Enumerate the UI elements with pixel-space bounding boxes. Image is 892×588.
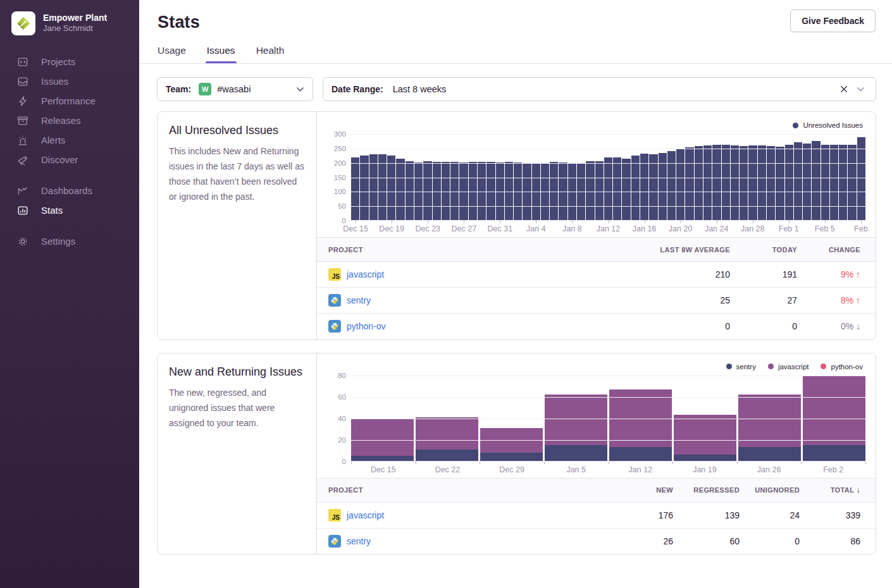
- legend-item-javascript[interactable]: javascript: [768, 362, 809, 371]
- legend-label: Unresolved Issues: [803, 121, 863, 129]
- sidebar-item-releases[interactable]: Releases: [0, 111, 139, 130]
- today-value: 0: [730, 314, 797, 340]
- org-user: Jane Schmidt: [43, 23, 107, 34]
- unresolved-bar: [740, 146, 748, 221]
- python-icon: [328, 535, 341, 548]
- chevron-down-icon: [857, 86, 865, 92]
- col-unignored[interactable]: Unignored: [740, 478, 800, 502]
- bar-segment-sentry: [545, 445, 607, 462]
- col-today: Today: [730, 238, 797, 262]
- x-axis-tick-label: Dec 27: [451, 224, 476, 233]
- x-axis-tick: [681, 221, 681, 223]
- regressed-value: 139: [673, 502, 740, 528]
- tab-health[interactable]: Health: [256, 45, 285, 63]
- give-feedback-button[interactable]: Give Feedback: [790, 9, 876, 32]
- sidebar-item-dashboards[interactable]: Dashboards: [0, 181, 139, 200]
- unresolved-bar: [857, 137, 865, 221]
- panel-new-returning-description: The new, regressed, and unignored issues…: [169, 385, 305, 431]
- unresolved-bar: [423, 161, 431, 221]
- date-range-select[interactable]: Date Range: Last 8 weeks: [323, 77, 876, 101]
- col-regressed[interactable]: Regressed: [673, 478, 740, 502]
- unresolved-bar: [351, 157, 359, 221]
- project-link[interactable]: sentry: [347, 536, 371, 546]
- unignored-value: 24: [740, 502, 800, 528]
- sidebar-item-stats[interactable]: Stats: [0, 200, 139, 220]
- javascript-icon: JS: [328, 268, 341, 281]
- x-axis-tick: [825, 221, 826, 223]
- team-select[interactable]: Team: W #wasabi: [157, 77, 313, 101]
- bar-segment-sentry: [738, 447, 801, 461]
- sidebar-item-alerts[interactable]: Alerts: [0, 130, 139, 150]
- gridline: [351, 149, 865, 149]
- legend-item-unresolved-issues[interactable]: Unresolved Issues: [793, 121, 863, 130]
- tab-usage[interactable]: Usage: [158, 45, 186, 63]
- sidebar-item-projects[interactable]: Projects: [0, 52, 139, 71]
- javascript-icon: JS: [328, 509, 341, 522]
- close-icon: [840, 85, 848, 93]
- unresolved-bar: [369, 154, 378, 221]
- x-axis-tick: [351, 462, 352, 464]
- date-range-dropdown-button[interactable]: [854, 83, 867, 95]
- unresolved-bar: [731, 145, 739, 221]
- settings-gear-icon: [17, 236, 28, 247]
- x-axis-tick-label: Jan 12: [597, 224, 621, 233]
- unresolved-bar: [767, 146, 775, 221]
- stats-icon: [17, 205, 28, 216]
- col-last8w-average: Last 8W Average: [597, 238, 730, 262]
- sidebar-item-discover[interactable]: Discover: [0, 150, 139, 169]
- filter-bar: Team: W #wasabi Date Range: Last 8 weeks: [139, 64, 892, 101]
- unresolved-bar: [396, 159, 404, 221]
- date-range-value: Last 8 weeks: [393, 84, 447, 94]
- y-axis-tick-label: 100: [325, 188, 346, 195]
- bar-segment-javascript: [803, 376, 865, 445]
- clear-date-range-button[interactable]: [838, 83, 850, 95]
- bar-segment-sentry: [416, 450, 478, 462]
- project-link[interactable]: python-ov: [347, 321, 385, 331]
- avg-value: 25: [597, 288, 730, 314]
- project-link[interactable]: javascript: [347, 269, 384, 279]
- org-switcher[interactable]: Empower Plant Jane Schmidt: [0, 0, 139, 35]
- x-axis-tick-label: Feb: [854, 224, 868, 233]
- gridline: [351, 376, 865, 376]
- legend-item-sentry[interactable]: sentry: [726, 362, 756, 371]
- x-axis-tick: [392, 221, 392, 223]
- unresolved-chart: Unresolved Issues 050100150200250300 Dec…: [317, 112, 876, 237]
- col-total-label: Total: [831, 486, 854, 494]
- releases-icon: [17, 115, 28, 126]
- x-axis-tick-label: Dec 15: [371, 465, 396, 474]
- unresolved-legend: Unresolved Issues: [326, 121, 863, 130]
- dashboards-icon: [17, 185, 28, 197]
- unresolved-bar: [387, 156, 395, 221]
- col-total-sorted[interactable]: Total ↓: [800, 478, 876, 502]
- alerts-icon: [17, 135, 28, 146]
- unresolved-bar: [360, 156, 368, 221]
- org-logo: [11, 11, 35, 35]
- team-select-label: Team:: [166, 84, 191, 94]
- tab-issues[interactable]: Issues: [207, 45, 235, 63]
- sidebar-item-issues[interactable]: Issues: [0, 71, 139, 91]
- x-axis-tick: [789, 221, 790, 223]
- sidebar-item-performance[interactable]: Performance: [0, 91, 139, 111]
- project-link[interactable]: sentry: [347, 295, 371, 305]
- unignored-value: 0: [740, 528, 800, 554]
- y-axis-tick-label: 50: [325, 202, 346, 210]
- unresolved-bar: [640, 154, 648, 221]
- y-axis-tick-label: 200: [325, 159, 346, 167]
- python-icon: [328, 294, 341, 307]
- legend-item-python-ov[interactable]: python-ov: [821, 362, 863, 371]
- sidebar-item-settings[interactable]: Settings: [0, 231, 139, 251]
- panel-new-returning-issues: New and Returning Issues The new, regres…: [157, 353, 876, 555]
- gridline: [351, 440, 865, 441]
- empower-plant-gem-icon: [16, 16, 31, 31]
- unresolved-bar: [839, 145, 847, 221]
- sidebar-item-label: Projects: [41, 56, 75, 67]
- x-axis-tick: [544, 462, 545, 464]
- unresolved-bar: [848, 145, 856, 221]
- x-axis-tick-label: Feb 5: [815, 224, 835, 233]
- x-axis-tick-label: Jan 16: [633, 224, 657, 233]
- project-link[interactable]: javascript: [347, 510, 384, 520]
- unresolved-bar: [803, 144, 811, 221]
- bar-segment-javascript: [545, 395, 607, 445]
- unresolved-bar: [604, 157, 612, 221]
- col-new[interactable]: New: [610, 478, 673, 502]
